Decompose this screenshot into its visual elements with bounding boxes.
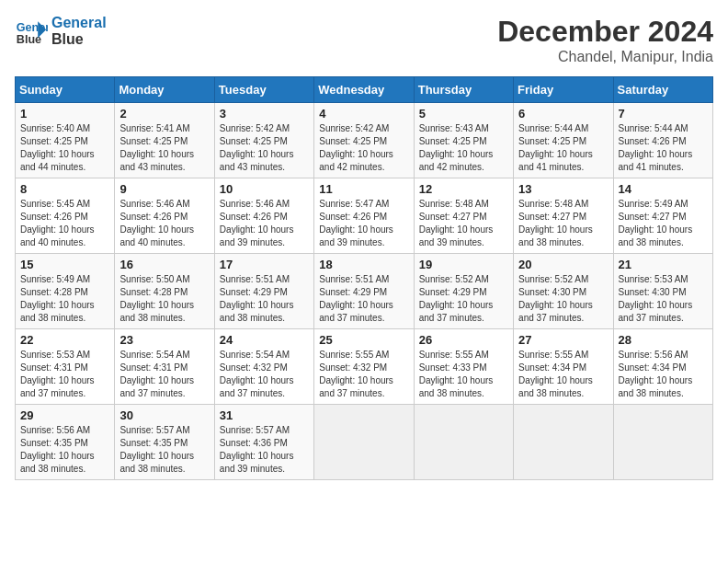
calendar-cell: 31Sunrise: 5:57 AM Sunset: 4:36 PM Dayli… bbox=[214, 405, 313, 480]
calendar-week-2: 15Sunrise: 5:49 AM Sunset: 4:28 PM Dayli… bbox=[16, 254, 713, 329]
day-number: 5 bbox=[419, 107, 508, 121]
calendar-table: SundayMondayTuesdayWednesdayThursdayFrid… bbox=[15, 76, 713, 480]
calendar-cell: 10Sunrise: 5:46 AM Sunset: 4:26 PM Dayli… bbox=[214, 178, 313, 254]
calendar-cell bbox=[414, 405, 513, 480]
day-info: Sunrise: 5:53 AM Sunset: 4:31 PM Dayligh… bbox=[20, 349, 109, 400]
weekday-sunday: Sunday bbox=[16, 77, 115, 103]
calendar-cell: 27Sunrise: 5:55 AM Sunset: 4:34 PM Dayli… bbox=[514, 329, 613, 405]
day-info: Sunrise: 5:54 AM Sunset: 4:32 PM Dayligh… bbox=[220, 349, 309, 400]
day-info: Sunrise: 5:49 AM Sunset: 4:28 PM Dayligh… bbox=[20, 273, 109, 325]
day-number: 3 bbox=[220, 107, 309, 121]
calendar-cell: 25Sunrise: 5:55 AM Sunset: 4:32 PM Dayli… bbox=[314, 329, 414, 405]
calendar-cell: 29Sunrise: 5:56 AM Sunset: 4:35 PM Dayli… bbox=[16, 405, 115, 480]
day-number: 25 bbox=[319, 333, 408, 347]
weekday-thursday: Thursday bbox=[414, 77, 513, 103]
day-number: 14 bbox=[619, 182, 708, 196]
day-number: 2 bbox=[119, 107, 209, 121]
weekday-friday: Friday bbox=[514, 77, 613, 103]
day-number: 16 bbox=[119, 258, 209, 271]
weekday-tuesday: Tuesday bbox=[214, 77, 313, 103]
day-number: 23 bbox=[119, 333, 209, 347]
calendar-cell bbox=[613, 405, 712, 480]
day-number: 15 bbox=[20, 258, 109, 271]
day-number: 20 bbox=[518, 258, 608, 271]
day-number: 17 bbox=[220, 258, 309, 271]
weekday-header-row: SundayMondayTuesdayWednesdayThursdayFrid… bbox=[16, 77, 713, 103]
calendar-cell: 23Sunrise: 5:54 AM Sunset: 4:31 PM Dayli… bbox=[115, 329, 214, 405]
calendar-cell: 17Sunrise: 5:51 AM Sunset: 4:29 PM Dayli… bbox=[214, 254, 313, 329]
day-number: 30 bbox=[119, 408, 209, 422]
day-number: 1 bbox=[20, 107, 109, 121]
day-info: Sunrise: 5:51 AM Sunset: 4:29 PM Dayligh… bbox=[220, 273, 309, 325]
calendar-cell: 2Sunrise: 5:41 AM Sunset: 4:25 PM Daylig… bbox=[115, 103, 214, 178]
day-info: Sunrise: 5:52 AM Sunset: 4:29 PM Dayligh… bbox=[419, 273, 508, 325]
calendar-cell: 18Sunrise: 5:51 AM Sunset: 4:29 PM Dayli… bbox=[314, 254, 414, 329]
calendar-cell: 22Sunrise: 5:53 AM Sunset: 4:31 PM Dayli… bbox=[16, 329, 115, 405]
day-number: 27 bbox=[518, 333, 608, 347]
calendar-cell: 1Sunrise: 5:40 AM Sunset: 4:25 PM Daylig… bbox=[16, 103, 115, 178]
calendar-cell: 3Sunrise: 5:42 AM Sunset: 4:25 PM Daylig… bbox=[214, 103, 313, 178]
calendar-cell: 24Sunrise: 5:54 AM Sunset: 4:32 PM Dayli… bbox=[214, 329, 313, 405]
logo: General Blue General Blue bbox=[15, 15, 107, 48]
day-info: Sunrise: 5:49 AM Sunset: 4:27 PM Dayligh… bbox=[619, 198, 708, 249]
day-info: Sunrise: 5:52 AM Sunset: 4:30 PM Dayligh… bbox=[518, 273, 608, 325]
day-info: Sunrise: 5:55 AM Sunset: 4:34 PM Dayligh… bbox=[518, 349, 608, 400]
day-number: 31 bbox=[220, 408, 309, 422]
day-info: Sunrise: 5:40 AM Sunset: 4:25 PM Dayligh… bbox=[20, 122, 109, 174]
calendar-cell: 21Sunrise: 5:53 AM Sunset: 4:30 PM Dayli… bbox=[613, 254, 712, 329]
day-info: Sunrise: 5:45 AM Sunset: 4:26 PM Dayligh… bbox=[20, 198, 109, 249]
day-info: Sunrise: 5:53 AM Sunset: 4:30 PM Dayligh… bbox=[619, 273, 708, 325]
day-number: 26 bbox=[419, 333, 508, 347]
day-number: 22 bbox=[20, 333, 109, 347]
logo-general: General bbox=[51, 15, 107, 31]
day-number: 13 bbox=[518, 182, 608, 196]
day-info: Sunrise: 5:48 AM Sunset: 4:27 PM Dayligh… bbox=[419, 198, 508, 249]
day-info: Sunrise: 5:55 AM Sunset: 4:33 PM Dayligh… bbox=[419, 349, 508, 400]
calendar-cell bbox=[314, 405, 414, 480]
day-number: 28 bbox=[619, 333, 708, 347]
day-info: Sunrise: 5:44 AM Sunset: 4:25 PM Dayligh… bbox=[518, 122, 608, 174]
calendar-cell: 11Sunrise: 5:47 AM Sunset: 4:26 PM Dayli… bbox=[314, 178, 414, 254]
day-info: Sunrise: 5:57 AM Sunset: 4:36 PM Dayligh… bbox=[220, 424, 309, 476]
title-area: December 2024 Chandel, Manipur, India bbox=[497, 15, 713, 65]
day-number: 12 bbox=[419, 182, 508, 196]
day-number: 7 bbox=[619, 107, 708, 121]
day-info: Sunrise: 5:51 AM Sunset: 4:29 PM Dayligh… bbox=[319, 273, 408, 325]
calendar-cell: 13Sunrise: 5:48 AM Sunset: 4:27 PM Dayli… bbox=[514, 178, 613, 254]
day-number: 10 bbox=[220, 182, 309, 196]
weekday-monday: Monday bbox=[115, 77, 214, 103]
calendar-body: 1Sunrise: 5:40 AM Sunset: 4:25 PM Daylig… bbox=[16, 103, 713, 480]
day-info: Sunrise: 5:42 AM Sunset: 4:25 PM Dayligh… bbox=[220, 122, 309, 174]
calendar-cell: 5Sunrise: 5:43 AM Sunset: 4:25 PM Daylig… bbox=[414, 103, 513, 178]
day-number: 18 bbox=[319, 258, 408, 271]
day-info: Sunrise: 5:57 AM Sunset: 4:35 PM Dayligh… bbox=[119, 424, 209, 476]
weekday-saturday: Saturday bbox=[613, 77, 712, 103]
calendar-cell: 19Sunrise: 5:52 AM Sunset: 4:29 PM Dayli… bbox=[414, 254, 513, 329]
page-header: General Blue General Blue December 2024 … bbox=[15, 15, 713, 65]
calendar-week-0: 1Sunrise: 5:40 AM Sunset: 4:25 PM Daylig… bbox=[16, 103, 713, 178]
calendar-cell: 28Sunrise: 5:56 AM Sunset: 4:34 PM Dayli… bbox=[613, 329, 712, 405]
calendar-cell: 7Sunrise: 5:44 AM Sunset: 4:26 PM Daylig… bbox=[613, 103, 712, 178]
day-number: 29 bbox=[20, 408, 109, 422]
location: Chandel, Manipur, India bbox=[497, 49, 713, 65]
day-number: 8 bbox=[20, 182, 109, 196]
day-info: Sunrise: 5:56 AM Sunset: 4:35 PM Dayligh… bbox=[20, 424, 109, 476]
day-info: Sunrise: 5:46 AM Sunset: 4:26 PM Dayligh… bbox=[220, 198, 309, 249]
day-info: Sunrise: 5:56 AM Sunset: 4:34 PM Dayligh… bbox=[619, 349, 708, 400]
weekday-wednesday: Wednesday bbox=[314, 77, 414, 103]
calendar-cell: 20Sunrise: 5:52 AM Sunset: 4:30 PM Dayli… bbox=[514, 254, 613, 329]
calendar-cell bbox=[514, 405, 613, 480]
calendar-cell: 15Sunrise: 5:49 AM Sunset: 4:28 PM Dayli… bbox=[16, 254, 115, 329]
day-number: 21 bbox=[619, 258, 708, 271]
calendar-cell: 16Sunrise: 5:50 AM Sunset: 4:28 PM Dayli… bbox=[115, 254, 214, 329]
calendar-week-4: 29Sunrise: 5:56 AM Sunset: 4:35 PM Dayli… bbox=[16, 405, 713, 480]
calendar-cell: 14Sunrise: 5:49 AM Sunset: 4:27 PM Dayli… bbox=[613, 178, 712, 254]
calendar-week-3: 22Sunrise: 5:53 AM Sunset: 4:31 PM Dayli… bbox=[16, 329, 713, 405]
calendar-cell: 6Sunrise: 5:44 AM Sunset: 4:25 PM Daylig… bbox=[514, 103, 613, 178]
day-number: 9 bbox=[119, 182, 209, 196]
logo-icon: General Blue bbox=[15, 15, 48, 48]
day-info: Sunrise: 5:47 AM Sunset: 4:26 PM Dayligh… bbox=[319, 198, 408, 249]
day-info: Sunrise: 5:48 AM Sunset: 4:27 PM Dayligh… bbox=[518, 198, 608, 249]
day-info: Sunrise: 5:50 AM Sunset: 4:28 PM Dayligh… bbox=[119, 273, 209, 325]
day-info: Sunrise: 5:54 AM Sunset: 4:31 PM Dayligh… bbox=[119, 349, 209, 400]
